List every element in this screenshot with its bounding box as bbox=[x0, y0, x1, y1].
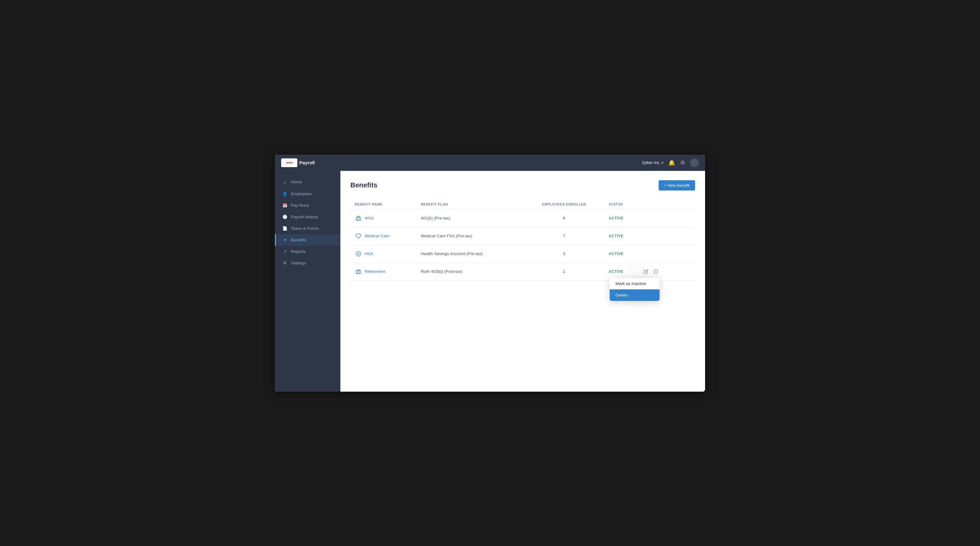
medical-icon bbox=[355, 232, 362, 240]
body: ⌂ Home 👤 Employees 📅 Pay Runs 🕐 Payroll … bbox=[275, 171, 705, 392]
delete-option[interactable]: Delete bbox=[610, 290, 660, 301]
col-status: STATUS bbox=[605, 199, 695, 210]
sidebar-item-settings[interactable]: ⚙ Settings bbox=[275, 257, 340, 269]
main-header: Benefits + New Benefit bbox=[350, 180, 695, 191]
benefit-plan-cell: Roth 403(b) (Post-tax) bbox=[417, 263, 524, 280]
sidebar-item-employees-label: Employees bbox=[291, 191, 312, 196]
reports-icon: ↗ bbox=[282, 249, 288, 254]
page-title: Benefits bbox=[350, 181, 377, 189]
sidebar: ⌂ Home 👤 Employees 📅 Pay Runs 🕐 Payroll … bbox=[275, 171, 340, 392]
sidebar-item-taxes-forms-label: Taxes & Forms bbox=[291, 226, 319, 231]
enrolled-cell: 7 bbox=[524, 227, 605, 245]
table-row: Retirement Roth 403(b) (Post-tax) 1 ACTI… bbox=[350, 263, 695, 280]
benefit-link-medical-care[interactable]: Medical Care bbox=[355, 232, 412, 240]
status-badge: ACTIVE bbox=[609, 234, 624, 238]
benefit-plan-cell: Medical Care FSA (Pre-tax) bbox=[417, 227, 524, 245]
col-benefit-name: BENEFIT NAME bbox=[350, 199, 417, 210]
benefits-icon: ✦ bbox=[282, 237, 288, 242]
company-name-text: Zylker Inc. bbox=[642, 160, 660, 165]
sidebar-item-pay-runs-label: Pay Runs bbox=[291, 203, 309, 208]
app-name: Payroll bbox=[299, 160, 315, 165]
benefit-name-cell: HSA bbox=[350, 245, 417, 263]
table-row: HSA Health Savings Account (Pre-tax) 3 A… bbox=[350, 245, 695, 263]
logo-area: ZOHO Payroll bbox=[281, 158, 315, 167]
app-window: ZOHO Payroll Zylker Inc. ▾ 🔔 ⚙ ⌂ Home 👤 … bbox=[275, 154, 705, 392]
main-content: Benefits + New Benefit BENEFIT NAME BENE… bbox=[340, 171, 705, 392]
sidebar-item-benefits[interactable]: ✦ Benefits bbox=[275, 234, 340, 246]
header-right: Zylker Inc. ▾ 🔔 ⚙ bbox=[642, 158, 699, 167]
hsa-icon bbox=[355, 250, 362, 258]
svg-rect-0 bbox=[356, 217, 361, 220]
benefit-name-cell: 401k bbox=[350, 209, 417, 227]
sidebar-item-home[interactable]: ⌂ Home bbox=[275, 176, 340, 188]
employees-icon: 👤 bbox=[282, 191, 288, 196]
savings-icon bbox=[355, 215, 362, 222]
more-options-button[interactable] bbox=[652, 268, 660, 275]
enrolled-cell: 8 bbox=[524, 209, 605, 227]
benefit-plan-cell: Health Savings Account (Pre-tax) bbox=[417, 245, 524, 263]
enrolled-cell: 3 bbox=[524, 245, 605, 263]
sidebar-item-settings-label: Settings bbox=[291, 261, 306, 265]
zoho-logo: ZOHO bbox=[281, 158, 298, 167]
settings-nav-icon: ⚙ bbox=[282, 261, 288, 265]
status-badge: ACTIVE bbox=[609, 252, 624, 256]
benefits-table: BENEFIT NAME BENEFIT PLAN EMPLOYEES ENRO… bbox=[350, 199, 695, 281]
sidebar-item-reports[interactable]: ↗ Reports bbox=[275, 246, 340, 257]
status-cell: ACTIVE bbox=[605, 227, 695, 245]
col-employees-enrolled: EMPLOYEES ENROLLED bbox=[524, 199, 605, 210]
sidebar-item-taxes-forms[interactable]: 📄 Taxes & Forms bbox=[275, 223, 340, 234]
sidebar-item-home-label: Home bbox=[291, 180, 302, 184]
enrolled-cell: 1 bbox=[524, 263, 605, 280]
avatar[interactable] bbox=[690, 158, 699, 167]
home-icon: ⌂ bbox=[282, 179, 288, 185]
dropdown-menu: Mark as Inactive Delete bbox=[610, 278, 660, 301]
benefit-link-retirement[interactable]: Retirement bbox=[355, 268, 412, 275]
col-benefit-plan: BENEFIT PLAN bbox=[417, 199, 524, 210]
notification-icon[interactable]: 🔔 bbox=[668, 159, 675, 166]
benefit-name-cell: Medical Care bbox=[350, 227, 417, 245]
benefit-link-hsa[interactable]: HSA bbox=[355, 250, 412, 258]
sidebar-item-reports-label: Reports bbox=[291, 249, 305, 254]
row-actions: Mark as Inactive Delete bbox=[642, 268, 660, 275]
edit-button[interactable] bbox=[642, 268, 650, 275]
benefit-name-cell: Retirement bbox=[350, 263, 417, 280]
status-cell: ACTIVE bbox=[605, 245, 695, 263]
settings-icon[interactable]: ⚙ bbox=[680, 159, 685, 166]
status-cell: ACTIVE bbox=[605, 209, 695, 227]
table-header-row: BENEFIT NAME BENEFIT PLAN EMPLOYEES ENRO… bbox=[350, 199, 695, 210]
mark-inactive-option[interactable]: Mark as Inactive bbox=[610, 278, 660, 290]
header: ZOHO Payroll Zylker Inc. ▾ 🔔 ⚙ bbox=[275, 154, 705, 171]
status-and-actions-cell: ACTIVE bbox=[605, 263, 695, 280]
retirement-icon bbox=[355, 268, 362, 275]
benefit-plan-cell: 401(k) (Pre-tax) bbox=[417, 209, 524, 227]
status-badge: ACTIVE bbox=[609, 216, 624, 220]
sidebar-item-employees[interactable]: 👤 Employees bbox=[275, 188, 340, 200]
sidebar-item-pay-runs[interactable]: 📅 Pay Runs bbox=[275, 200, 340, 211]
table-row: 401k 401(k) (Pre-tax) 8 ACTIVE bbox=[350, 209, 695, 227]
new-benefit-button[interactable]: + New Benefit bbox=[659, 180, 695, 191]
pay-runs-icon: 📅 bbox=[282, 203, 288, 208]
taxes-icon: 📄 bbox=[282, 226, 288, 231]
benefit-link-401k[interactable]: 401k bbox=[355, 215, 412, 222]
sidebar-item-payroll-history-label: Payroll History bbox=[291, 215, 318, 219]
sidebar-item-benefits-label: Benefits bbox=[291, 237, 306, 242]
company-chevron-icon: ▾ bbox=[662, 161, 663, 164]
payroll-history-icon: 🕐 bbox=[282, 215, 288, 219]
table-row: Medical Care Medical Care FSA (Pre-tax) … bbox=[350, 227, 695, 245]
status-badge: ACTIVE bbox=[609, 269, 624, 274]
sidebar-item-payroll-history[interactable]: 🕐 Payroll History bbox=[275, 211, 340, 223]
company-selector[interactable]: Zylker Inc. ▾ bbox=[642, 160, 663, 165]
svg-rect-4 bbox=[356, 271, 361, 274]
